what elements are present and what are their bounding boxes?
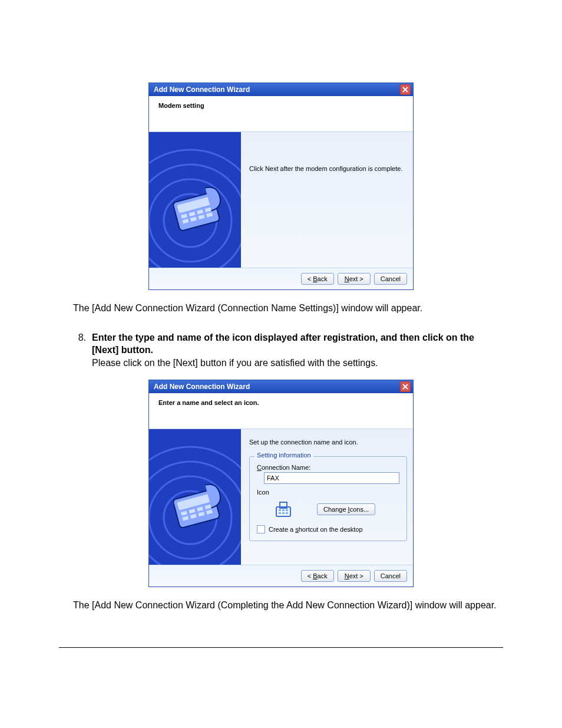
wizard-subheader: Enter a name and select an icon. xyxy=(149,393,413,429)
footer-rule xyxy=(59,647,503,648)
button-bar: < Back Next > Cancel xyxy=(149,565,413,587)
svg-rect-33 xyxy=(282,509,285,511)
close-icon[interactable] xyxy=(400,84,411,95)
next-button[interactable]: Next > xyxy=(338,273,371,285)
desktop-shortcut-checkbox[interactable] xyxy=(257,525,265,533)
doc-paragraph: The [Add New Connection Wizard (Connecti… xyxy=(73,302,503,315)
wizard-graphic xyxy=(149,429,241,565)
icon-label: Icon xyxy=(257,489,399,496)
instruction-text: Click Next after the modem configuration… xyxy=(249,165,402,172)
svg-rect-32 xyxy=(279,509,281,511)
wizard-name-icon-dialog: Add New Connection Wizard Enter a name a… xyxy=(148,380,414,587)
intro-text: Set up the connection name and icon. xyxy=(249,439,407,446)
svg-rect-35 xyxy=(279,512,281,514)
close-icon[interactable] xyxy=(400,381,411,392)
fax-icon xyxy=(273,499,293,519)
setting-information-group: Setting information Connection Name: Ico… xyxy=(249,456,407,541)
window-title: Add New Connection Wizard xyxy=(154,85,250,94)
group-legend: Setting information xyxy=(254,452,313,459)
svg-rect-36 xyxy=(282,512,285,514)
step-instruction: Enter the type and name of the icon disp… xyxy=(92,331,503,357)
next-button[interactable]: Next > xyxy=(338,570,371,582)
cancel-button[interactable]: Cancel xyxy=(374,273,407,285)
doc-paragraph: The [Add New Connection Wizard (Completi… xyxy=(73,599,503,612)
titlebar[interactable]: Add New Connection Wizard xyxy=(149,380,413,393)
back-button[interactable]: < Back xyxy=(301,273,334,285)
back-button[interactable]: < Back xyxy=(301,570,334,582)
cancel-button[interactable]: Cancel xyxy=(374,570,407,582)
svg-rect-34 xyxy=(286,509,288,511)
button-bar: < Back Next > Cancel xyxy=(149,268,413,289)
change-icons-button[interactable]: Change Icons... xyxy=(317,503,375,515)
step-8: 8. Enter the type and name of the icon d… xyxy=(73,331,503,370)
connection-name-label: Connection Name: xyxy=(257,464,399,471)
svg-rect-37 xyxy=(286,512,288,514)
wizard-modem-dialog: Add New Connection Wizard Modem setting xyxy=(148,83,414,290)
connection-name-input[interactable] xyxy=(264,472,399,484)
window-title: Add New Connection Wizard xyxy=(154,383,250,391)
wizard-graphic xyxy=(149,132,241,268)
titlebar[interactable]: Add New Connection Wizard xyxy=(149,83,413,96)
desktop-shortcut-label: Create a shortcut on the desktop xyxy=(269,526,363,533)
wizard-subheader: Modem setting xyxy=(149,96,413,132)
step-detail: Please click on the [Next] button if you… xyxy=(92,357,503,370)
step-number: 8. xyxy=(73,331,86,370)
